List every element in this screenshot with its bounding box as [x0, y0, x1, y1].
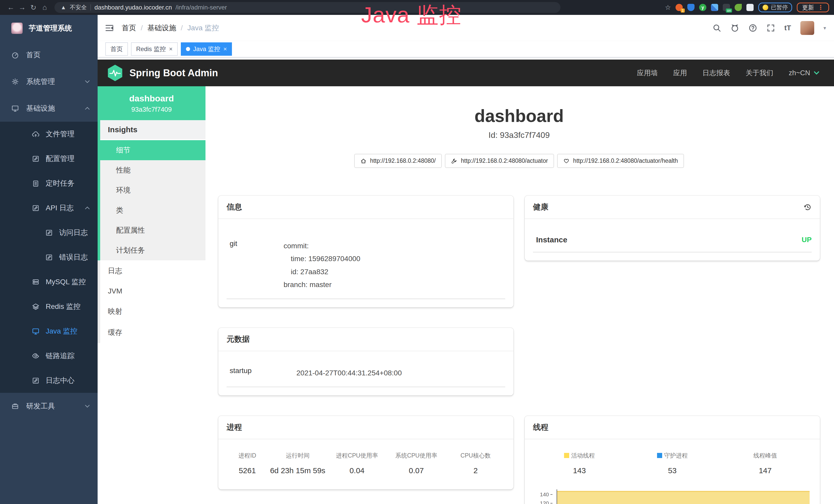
- browser-back-icon[interactable]: ←: [5, 3, 17, 12]
- sidebar-item-jobs[interactable]: 定时任务: [0, 171, 97, 196]
- tab-java-monitor[interactable]: Java 监控 ×: [181, 42, 232, 56]
- ext-grid-icon[interactable]: [711, 4, 718, 11]
- sba-brand-title: Spring Boot Admin: [129, 68, 218, 78]
- process-metric: 进程ID 5261: [226, 452, 268, 475]
- sba-item-metrics[interactable]: 性能: [100, 160, 205, 180]
- health-instance-row: Instance UP: [533, 226, 812, 252]
- threads-legend-row: 活动线程 143 守护进程 53 线程峰值 14: [533, 446, 812, 481]
- blue-swatch-icon: [657, 453, 662, 458]
- ext-leaf-icon[interactable]: [734, 4, 742, 11]
- address-divider: [90, 4, 91, 10]
- sidebar-item-files[interactable]: 文件管理: [0, 122, 97, 146]
- ext-pin-icon[interactable]: [687, 4, 695, 11]
- fullscreen-icon[interactable]: [766, 24, 775, 32]
- ext-y-icon[interactable]: y: [699, 4, 706, 11]
- url-host: dashboard.yudao.iocoder.cn: [94, 4, 172, 11]
- tab-home[interactable]: 首页: [105, 42, 128, 56]
- paused-extension-chip[interactable]: 已暂停: [758, 3, 792, 12]
- tab-redis-monitor[interactable]: Redis 监控 ×: [131, 42, 178, 56]
- sidebar-item-config[interactable]: 配置管理: [0, 146, 97, 171]
- sba-nav-applications[interactable]: 应用: [673, 68, 687, 77]
- chrome-update-button[interactable]: 更新 ⋮: [797, 3, 829, 12]
- sba-nav: 应用墙 应用 日志报表 关于我们 zh~CN: [637, 68, 820, 77]
- sba-item-scheduled-tasks[interactable]: 计划任务: [100, 240, 205, 260]
- search-icon[interactable]: [712, 24, 721, 32]
- legend-peak-threads: 线程峰值 147: [719, 452, 812, 475]
- sba-item-details[interactable]: 细节: [100, 140, 205, 160]
- sba-body: dashboard 93a3fc7f7409 Insights 细节 性能 环境…: [97, 86, 834, 504]
- user-avatar[interactable]: [800, 21, 814, 35]
- sidebar-item-java-monitor[interactable]: Java 监控: [0, 319, 97, 344]
- sidebar-item-dev-tools[interactable]: 研发工具: [0, 393, 97, 419]
- process-metric: CPU核心数 2: [446, 452, 505, 475]
- actuator-url-button[interactable]: http://192.168.0.2:48080/actuator: [445, 154, 554, 168]
- sidebar-item-mysql[interactable]: MySQL 监控: [0, 270, 97, 294]
- sidebar-item-infra[interactable]: 基础设施: [0, 95, 97, 122]
- health-card-title: 健康: [533, 202, 548, 212]
- sidebar-item-home[interactable]: 首页: [0, 42, 97, 68]
- sba-nav-about[interactable]: 关于我们: [746, 68, 773, 77]
- collapse-sidebar-icon[interactable]: [105, 23, 114, 32]
- sba-nav-journal[interactable]: 日志报表: [702, 68, 730, 77]
- log-icon: [32, 377, 40, 384]
- health-url-button[interactable]: http://192.168.0.2:48080/actuator/health: [557, 154, 684, 168]
- app-logo-row[interactable]: 芋道管理系统: [0, 15, 97, 42]
- sba-nav-wallboard[interactable]: 应用墙: [637, 68, 658, 77]
- ext-puzzle-icon[interactable]: [746, 4, 753, 11]
- breadcrumb-infra[interactable]: 基础设施: [148, 23, 176, 33]
- admin-sidebar: 芋道管理系统 首页 系统管理 基础设施 文件管理: [0, 15, 97, 504]
- metadata-value: 2021-04-27T00:44:31.254+08:00: [297, 367, 402, 380]
- emoji-face-icon: [763, 5, 768, 10]
- chevron-up-icon: [84, 105, 90, 111]
- process-metrics-row: 进程ID 5261 运行时间 6d 23h 15m 59s 进程CPU使用率: [226, 446, 505, 481]
- top-header: 首页 / 基础设施 / Java 监控 tT ▾: [97, 15, 834, 41]
- service-url-button[interactable]: http://192.168.0.2:48080/: [354, 154, 442, 168]
- chart-area-series: [557, 491, 810, 504]
- process-metric: 系统CPU使用率 0.07: [387, 452, 446, 475]
- sidebar-item-system[interactable]: 系统管理: [0, 68, 97, 95]
- sba-item-environment[interactable]: 环境: [100, 180, 205, 200]
- threads-card-title: 线程: [525, 416, 820, 439]
- user-menu-caret-icon[interactable]: ▾: [824, 25, 826, 31]
- chevron-down-icon: [84, 78, 90, 85]
- browser-reload-icon[interactable]: ↻: [28, 3, 39, 12]
- sidebar-item-tracing[interactable]: 链路追踪: [0, 344, 97, 368]
- close-icon[interactable]: ×: [169, 45, 173, 53]
- browser-forward-icon[interactable]: →: [17, 3, 28, 12]
- breadcrumb-current: Java 监控: [188, 23, 219, 33]
- breadcrumb-home[interactable]: 首页: [122, 23, 136, 33]
- sidebar-item-log-center[interactable]: 日志中心: [0, 368, 97, 393]
- sidebar-item-redis[interactable]: Redis 监控: [0, 294, 97, 319]
- sba-instance-header[interactable]: dashboard 93a3fc7f7409: [97, 86, 205, 120]
- help-icon[interactable]: [748, 24, 757, 32]
- sba-item-config-props[interactable]: 配置属性: [100, 220, 205, 240]
- browser-menu-icon[interactable]: ⋮: [817, 4, 824, 11]
- sba-item-logs[interactable]: 日志: [100, 260, 205, 281]
- process-card: 进程 进程ID 5261 运行时间 6d 23h 15m 59: [218, 416, 513, 489]
- sba-item-caches[interactable]: 缓存: [100, 322, 205, 343]
- layers-icon: [32, 303, 40, 311]
- bookmark-star-icon[interactable]: ☆: [665, 4, 671, 12]
- gear-icon: [11, 78, 19, 86]
- threads-area-chart: 140 120 100: [533, 487, 812, 504]
- breadcrumb: 首页 / 基础设施 / Java 监控: [122, 23, 219, 33]
- active-dot-icon: [186, 47, 190, 51]
- sba-item-classes[interactable]: 类: [100, 200, 205, 220]
- address-bar[interactable]: ▲ 不安全 dashboard.yudao.iocoder.cn/infra/a…: [54, 2, 561, 13]
- yellow-swatch-icon: [564, 453, 569, 458]
- sidebar-item-error-log[interactable]: 错误日志: [0, 245, 97, 270]
- close-icon[interactable]: ×: [223, 45, 227, 53]
- sidebar-item-access-log[interactable]: 访问日志: [0, 220, 97, 245]
- github-icon[interactable]: [730, 24, 739, 32]
- url-path: /infra/admin-server: [175, 4, 227, 11]
- browser-home-icon[interactable]: ⌂: [39, 3, 50, 12]
- ext-c-icon[interactable]: 1: [676, 4, 683, 11]
- monitor-icon: [32, 327, 40, 335]
- font-size-icon[interactable]: tT: [785, 24, 791, 32]
- sba-item-mappings[interactable]: 映射: [100, 301, 205, 322]
- ext-on-icon[interactable]: on: [723, 4, 730, 11]
- language-selector[interactable]: zh~CN: [789, 69, 820, 77]
- sidebar-item-api-log[interactable]: API 日志: [0, 196, 97, 220]
- sba-item-jvm[interactable]: JVM: [100, 281, 205, 301]
- history-icon[interactable]: [804, 203, 812, 211]
